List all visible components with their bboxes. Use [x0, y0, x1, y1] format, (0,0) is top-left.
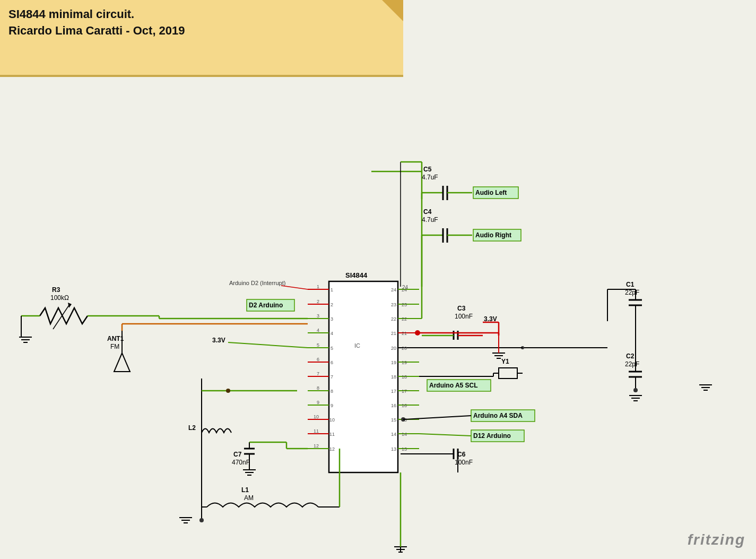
svg-text:22pF: 22pF: [625, 360, 639, 368]
svg-text:7: 7: [331, 374, 333, 380]
svg-text:11: 11: [314, 428, 319, 434]
svg-text:C7: C7: [233, 451, 242, 458]
svg-text:15: 15: [391, 417, 396, 423]
svg-text:AM: AM: [244, 494, 254, 502]
svg-text:5: 5: [331, 346, 333, 351]
svg-text:ANT1: ANT1: [107, 335, 124, 342]
svg-text:13: 13: [402, 446, 407, 452]
svg-text:IC: IC: [354, 342, 360, 349]
svg-text:8: 8: [317, 385, 319, 391]
svg-text:8: 8: [331, 389, 333, 394]
circuit-diagram: Audio Left Audio Right 24 SI4844 IC 1 1 …: [0, 77, 756, 559]
svg-text:18: 18: [402, 374, 407, 380]
svg-text:4: 4: [331, 331, 333, 336]
svg-text:9: 9: [317, 400, 319, 405]
svg-text:6: 6: [317, 357, 319, 362]
svg-text:10: 10: [329, 417, 335, 423]
svg-text:1: 1: [317, 284, 319, 289]
svg-text:14: 14: [391, 432, 396, 437]
svg-text:Arduino D2 (Interrupt): Arduino D2 (Interrupt): [229, 280, 285, 286]
note-area: SI4844 minimal circuit. Ricardo Lima Car…: [0, 0, 403, 77]
svg-text:19: 19: [402, 360, 407, 365]
svg-text:20: 20: [391, 346, 396, 351]
svg-point-146: [199, 518, 204, 522]
svg-text:12: 12: [329, 446, 335, 452]
svg-text:22: 22: [402, 316, 407, 322]
svg-point-130: [226, 389, 230, 393]
svg-text:Arduino A4 SDA: Arduino A4 SDA: [473, 412, 523, 419]
svg-text:6: 6: [331, 360, 333, 365]
svg-text:C4: C4: [423, 208, 432, 216]
svg-text:11: 11: [329, 432, 335, 437]
svg-text:3: 3: [331, 316, 333, 322]
svg-text:470nF: 470nF: [232, 459, 250, 466]
svg-text:20: 20: [402, 346, 407, 351]
svg-text:L2: L2: [188, 424, 196, 432]
svg-text:C1: C1: [626, 281, 635, 288]
svg-text:2: 2: [331, 302, 333, 307]
svg-text:22pF: 22pF: [625, 289, 639, 296]
svg-text:13: 13: [391, 446, 396, 452]
svg-text:17: 17: [391, 389, 396, 394]
svg-text:D12 Arduino: D12 Arduino: [473, 432, 511, 440]
svg-point-184: [633, 388, 638, 392]
svg-text:19: 19: [391, 360, 396, 365]
title-line2: Ricardo Lima Caratti - Oct, 2019: [8, 24, 185, 37]
svg-text:14: 14: [402, 432, 407, 437]
svg-text:24: 24: [402, 287, 407, 293]
svg-text:12: 12: [314, 443, 319, 449]
svg-text:23: 23: [391, 302, 396, 307]
svg-text:22: 22: [391, 316, 396, 322]
svg-text:4.7uF: 4.7uF: [422, 174, 438, 181]
svg-text:100kΩ: 100kΩ: [50, 294, 69, 302]
title-line1: SI4844 minimal circuit.: [8, 7, 134, 21]
svg-text:Y1: Y1: [501, 358, 509, 365]
svg-text:Arduino A5 SCL: Arduino A5 SCL: [429, 382, 478, 389]
svg-rect-33: [329, 281, 398, 472]
svg-text:4.7uF: 4.7uF: [422, 216, 438, 223]
svg-text:23: 23: [402, 302, 407, 307]
svg-text:Audio Right: Audio Right: [475, 231, 511, 239]
svg-text:16: 16: [402, 403, 407, 408]
fritzing-logo: fritzing: [688, 531, 745, 548]
svg-text:L1: L1: [241, 486, 249, 494]
svg-text:5: 5: [317, 342, 319, 348]
fritzing-label: fritzing: [688, 531, 745, 548]
svg-text:SI4844: SI4844: [345, 271, 368, 279]
svg-text:3: 3: [317, 313, 319, 319]
svg-text:7: 7: [317, 371, 319, 376]
svg-text:D2 Arduino: D2 Arduino: [249, 302, 283, 309]
svg-text:C5: C5: [423, 166, 432, 173]
note-corner: [382, 0, 403, 21]
main-canvas: SI4844 minimal circuit. Ricardo Lima Car…: [0, 0, 756, 559]
svg-text:Audio Left: Audio Left: [475, 189, 507, 196]
svg-text:1: 1: [331, 287, 333, 293]
svg-text:21: 21: [391, 331, 396, 336]
svg-text:100nF: 100nF: [455, 313, 473, 320]
svg-text:R3: R3: [52, 286, 60, 294]
svg-text:10: 10: [314, 414, 319, 419]
svg-text:4: 4: [317, 328, 319, 333]
svg-text:FM: FM: [110, 343, 119, 350]
svg-text:24: 24: [391, 287, 396, 293]
svg-text:21: 21: [402, 331, 407, 336]
svg-text:2: 2: [317, 299, 319, 304]
svg-text:3.3V: 3.3V: [212, 337, 225, 344]
svg-text:17: 17: [402, 389, 407, 394]
svg-text:16: 16: [391, 403, 396, 408]
svg-text:18: 18: [391, 374, 396, 380]
svg-text:C2: C2: [626, 352, 635, 360]
svg-text:9: 9: [331, 403, 333, 408]
svg-text:C3: C3: [457, 305, 466, 312]
note-title: SI4844 minimal circuit. Ricardo Lima Car…: [8, 6, 395, 39]
